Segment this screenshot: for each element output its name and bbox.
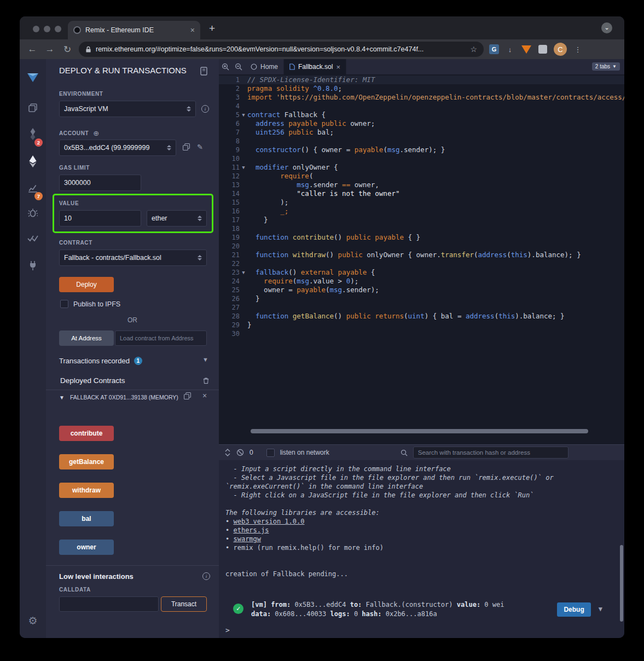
code-line[interactable]: 21 function withdraw() public onlyOwner …	[219, 251, 624, 259]
getBalance-function-button[interactable]: getBalance	[59, 454, 114, 469]
owner-function-button[interactable]: owner	[59, 540, 114, 555]
contract-select[interactable]: Fallback - contracts/Fallback.sol	[59, 250, 207, 266]
browser-tab[interactable]: Remix - Ethereum IDE ×	[68, 21, 200, 39]
code-line[interactable]: 4	[219, 102, 624, 111]
account-select[interactable]: 0x5B3...eddC4 (99.9999999	[59, 140, 176, 156]
add-account-icon[interactable]: ⊕	[93, 129, 99, 137]
copy-account-icon[interactable]	[183, 143, 190, 150]
debug-button[interactable]: Debug	[557, 602, 590, 617]
settings-gear-icon[interactable]: ⚙	[20, 614, 46, 627]
address-bar[interactable]: remix.ethereum.org/#optimize=false&runs=…	[79, 42, 484, 57]
withdraw-function-button[interactable]: withdraw	[59, 483, 114, 498]
zoom-out-icon[interactable]	[232, 59, 245, 74]
copy-instance-icon[interactable]	[184, 392, 191, 399]
terminal-link[interactable]: web3 version 1.0.0	[233, 518, 304, 525]
terminal-link[interactable]: ethers.js	[233, 526, 269, 534]
code-line[interactable]: 16 _;	[219, 207, 624, 216]
forward-button[interactable]: →	[44, 44, 56, 55]
code-line[interactable]: 2pragma solidity ^0.8.0;	[219, 84, 624, 93]
contribute-function-button[interactable]: contribute	[59, 426, 114, 441]
code-line[interactable]: 1// SPDX-License-Identifier: MIT	[219, 76, 624, 84]
code-line[interactable]: 15 );	[219, 198, 624, 207]
docs-book-icon[interactable]	[200, 67, 208, 76]
analysis-icon[interactable]	[20, 183, 46, 193]
tabs-count-dropdown[interactable]: 2 tabs ▼	[592, 62, 620, 71]
terminal-resize-icon[interactable]	[224, 449, 231, 456]
editor-hscrollbar[interactable]	[219, 427, 624, 436]
close-instance-icon[interactable]: ×	[202, 391, 207, 400]
code-line[interactable]: 19 function contribute() public payable …	[219, 233, 624, 242]
terminal-prompt[interactable]: >	[219, 624, 624, 638]
transactions-chevron-icon[interactable]: ▼	[202, 356, 208, 363]
plugin-manager-icon[interactable]	[20, 260, 46, 270]
hscrollbar-thumb[interactable]	[251, 429, 588, 433]
calldata-input[interactable]	[59, 596, 159, 612]
at-address-input[interactable]	[115, 330, 207, 346]
at-address-button[interactable]: At Address	[59, 330, 114, 346]
code-line[interactable]: 24 require(msg.value > 0);	[219, 277, 624, 286]
environment-info-icon[interactable]: i	[201, 105, 209, 113]
new-tab-button[interactable]: +	[209, 23, 215, 33]
close-tab-icon[interactable]: ×	[190, 26, 195, 34]
tab-home[interactable]: Home	[245, 59, 284, 74]
code-line[interactable]: 30	[219, 329, 624, 338]
traffic-light-minimize[interactable]	[44, 26, 50, 32]
file-explorer-icon[interactable]	[20, 103, 46, 113]
code-line[interactable]: 14 "caller is not the owner"	[219, 189, 624, 198]
back-button[interactable]: ←	[26, 44, 38, 55]
code-line[interactable]: 27	[219, 303, 624, 312]
extensions-puzzle-icon[interactable]	[537, 44, 548, 55]
code-line[interactable]: 6 address payable public owner;	[219, 119, 624, 128]
code-line[interactable]: 26 }	[219, 294, 624, 303]
code-line[interactable]: 28 function getBalance() public returns(…	[219, 312, 624, 321]
code-line[interactable]: 3import 'https://github.com/OpenZeppelin…	[219, 93, 624, 102]
low-level-info-icon[interactable]: i	[202, 572, 210, 580]
code-line[interactable]: 11▼ modifier onlyOwner {	[219, 163, 624, 172]
unit-testing-icon[interactable]	[20, 234, 46, 243]
solidity-compiler-icon[interactable]	[20, 128, 46, 140]
environment-select[interactable]: JavaScript VM	[59, 101, 196, 117]
metamask-extension-icon[interactable]	[521, 44, 532, 55]
clear-console-ban-icon[interactable]	[236, 449, 244, 456]
terminal-body[interactable]: - Input a script directly in the command…	[219, 460, 624, 624]
code-editor[interactable]: 1// SPDX-License-Identifier: MIT2pragma …	[219, 74, 624, 427]
traffic-light-close[interactable]	[33, 26, 39, 32]
value-unit-select[interactable]: ether	[147, 210, 207, 227]
deploy-button[interactable]: Deploy	[59, 277, 114, 292]
code-line[interactable]: 7 uint256 public bal;	[219, 128, 624, 137]
code-line[interactable]: 18	[219, 224, 624, 233]
instance-collapse-chevron-icon[interactable]: ▼	[59, 395, 65, 401]
tab-fallback-sol[interactable]: Fallback.sol ×	[284, 59, 346, 74]
code-line[interactable]: 20	[219, 242, 624, 251]
tx-expand-chevron-icon[interactable]: ▼	[599, 605, 602, 613]
terminal-link[interactable]: swarmgw	[233, 535, 261, 543]
code-line[interactable]: 5▼contract Fallback {	[219, 111, 624, 119]
translate-extension-icon[interactable]: G	[489, 44, 499, 54]
profile-avatar[interactable]: C	[554, 43, 567, 56]
code-line[interactable]: 12 require(	[219, 172, 624, 181]
download-icon[interactable]: ↓	[504, 44, 515, 55]
terminal-vscrollbar-thumb[interactable]	[620, 545, 623, 622]
zoom-in-icon[interactable]	[219, 59, 232, 74]
transaction-row[interactable]: ✓ [vm] from: 0x5B3...eddC4 to: Fallback.…	[225, 600, 624, 619]
close-file-tab-icon[interactable]: ×	[336, 63, 340, 71]
browser-update-icon[interactable]: ⌄	[601, 22, 612, 33]
deploy-run-icon[interactable]	[20, 155, 46, 167]
bal-function-button[interactable]: bal	[59, 511, 114, 526]
value-input[interactable]	[59, 210, 141, 227]
traffic-light-zoom[interactable]	[55, 26, 61, 32]
code-line[interactable]: 29}	[219, 321, 624, 329]
clear-instances-trash-icon[interactable]	[202, 376, 210, 384]
code-line[interactable]: 9 constructor() { owner = payable(msg.se…	[219, 146, 624, 154]
code-line[interactable]: 8	[219, 137, 624, 146]
code-line[interactable]: 23▼ fallback() external payable {	[219, 268, 624, 277]
bookmark-star-icon[interactable]: ☆	[470, 45, 477, 54]
terminal-search-input[interactable]	[413, 447, 568, 459]
gas-limit-input[interactable]	[59, 175, 141, 191]
code-line[interactable]: 22	[219, 259, 624, 268]
debugger-icon[interactable]	[20, 208, 46, 218]
publish-ipfs-checkbox[interactable]	[60, 300, 68, 308]
sign-message-pencil-icon[interactable]: ✎	[197, 143, 203, 151]
code-line[interactable]: 17 }	[219, 216, 624, 224]
code-line[interactable]: 13 msg.sender == owner,	[219, 181, 624, 189]
